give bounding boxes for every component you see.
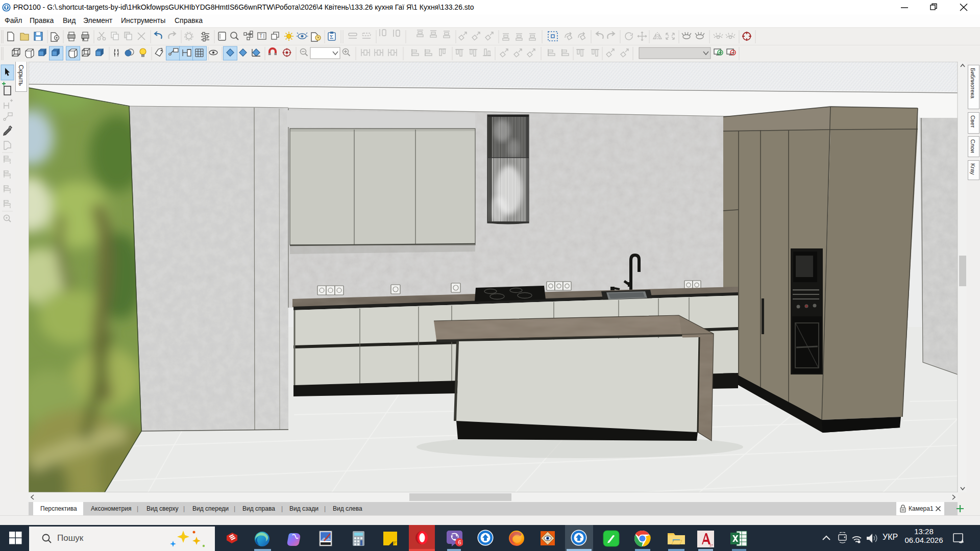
- svg-text:17: 17: [709, 544, 713, 547]
- svg-text:6: 6: [458, 539, 461, 545]
- svg-text:T: T: [259, 33, 262, 39]
- svg-text:Σ: Σ: [330, 34, 333, 40]
